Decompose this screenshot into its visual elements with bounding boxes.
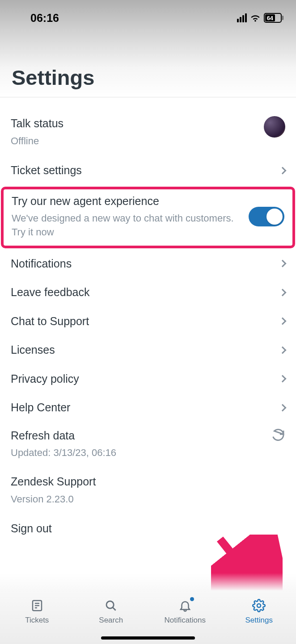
tab-bar: Tickets Search Notifications Settings — [0, 590, 296, 644]
tab-notifications-label: Notifications — [164, 616, 206, 625]
talk-status-label: Talk status — [11, 116, 257, 131]
agent-experience-toggle[interactable] — [249, 207, 284, 226]
status-icons: 64 — [237, 13, 283, 23]
avatar — [264, 116, 285, 138]
agent-experience-label: Try our new agent experience — [12, 194, 244, 209]
tab-settings[interactable]: Settings — [222, 591, 296, 644]
licenses-row[interactable]: Licenses — [0, 335, 296, 364]
ticket-settings-label: Ticket settings — [11, 163, 273, 178]
privacy-policy-row[interactable]: Privacy policy — [0, 364, 296, 393]
notification-dot-icon — [190, 597, 194, 601]
help-center-row[interactable]: Help Center — [0, 393, 296, 422]
battery-icon: 64 — [264, 13, 283, 23]
ticket-settings-row[interactable]: Ticket settings — [0, 156, 296, 185]
chat-support-row[interactable]: Chat to Support — [0, 307, 296, 336]
svg-point-6 — [106, 601, 114, 608]
notifications-label: Notifications — [11, 256, 273, 271]
chevron-right-icon — [279, 404, 287, 411]
talk-status-row[interactable]: Talk status Offline — [0, 110, 296, 156]
chevron-right-icon — [279, 167, 287, 174]
refresh-sub: Updated: 3/13/23, 06:16 — [11, 446, 264, 460]
tab-settings-label: Settings — [245, 616, 273, 625]
cellular-signal-icon — [237, 13, 247, 22]
help-label: Help Center — [11, 400, 273, 415]
chevron-right-icon — [279, 260, 287, 268]
chevron-right-icon — [279, 289, 287, 296]
chevron-right-icon — [279, 346, 287, 354]
app-version-label: Version 2.23.0 — [11, 493, 285, 506]
licenses-label: Licenses — [11, 343, 273, 357]
app-name-label: Zendesk Support — [11, 474, 285, 489]
sign-out-row[interactable]: Sign out — [0, 514, 296, 543]
app-info-row: Zendesk Support Version 2.23.0 — [0, 468, 296, 514]
wifi-icon — [250, 13, 261, 22]
refresh-data-row[interactable]: Refresh data Updated: 3/13/23, 06:16 — [0, 422, 296, 468]
chevron-right-icon — [279, 375, 287, 383]
svg-line-7 — [113, 607, 116, 611]
talk-status-value: Offline — [11, 134, 257, 148]
search-icon — [104, 599, 118, 612]
notifications-row[interactable]: Notifications — [0, 249, 296, 278]
tab-tickets[interactable]: Tickets — [0, 591, 74, 644]
leave-feedback-label: Leave feedback — [11, 285, 273, 300]
chevron-right-icon — [279, 318, 287, 325]
refresh-icon — [271, 428, 285, 443]
tab-search-label: Search — [99, 616, 123, 625]
svg-point-8 — [257, 604, 261, 607]
bell-icon — [178, 599, 192, 612]
chat-support-label: Chat to Support — [11, 314, 273, 329]
agent-experience-row: Try our new agent experience We've desig… — [1, 187, 295, 248]
gear-icon — [252, 599, 266, 612]
tab-tickets-label: Tickets — [25, 616, 49, 625]
tickets-icon — [30, 599, 44, 612]
leave-feedback-row[interactable]: Leave feedback — [0, 278, 296, 307]
home-indicator[interactable] — [101, 636, 195, 640]
status-time: 06:16 — [30, 12, 59, 25]
battery-level: 64 — [267, 15, 273, 21]
sign-out-label: Sign out — [11, 521, 285, 536]
status-bar: 06:16 64 — [0, 9, 296, 27]
refresh-label: Refresh data — [11, 428, 264, 443]
agent-experience-sub: We've designed a new way to chat with cu… — [12, 212, 244, 239]
privacy-label: Privacy policy — [11, 372, 273, 386]
page-title: Settings — [12, 65, 94, 90]
